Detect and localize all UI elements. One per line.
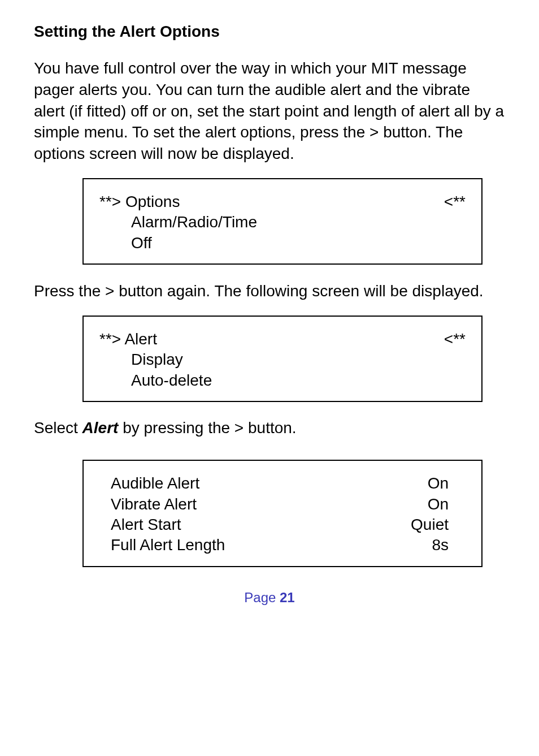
screen2-line3: Auto-delete: [99, 370, 466, 391]
screen1-line1-left: **> Options: [99, 192, 180, 212]
screen1-row1: **> Options <**: [99, 192, 466, 212]
screen2-mark-left: **>: [99, 330, 124, 348]
screen2-line2: Display: [99, 349, 466, 370]
screen2-line1-text: Alert: [124, 330, 157, 348]
paragraph-2: Press the > button again. The following …: [34, 280, 505, 302]
select-post: by pressing the > button.: [118, 419, 296, 437]
setting-row-2: Alert Start Quiet: [99, 515, 466, 535]
setting-label: Alert Start: [111, 515, 181, 535]
screen1-line1-text: Options: [125, 193, 180, 210]
paragraph-1: You have full control over the way in wh…: [34, 58, 505, 165]
footer-label: Page: [244, 590, 280, 605]
paragraph-3: Select Alert by pressing the > button.: [34, 419, 505, 437]
setting-label: Full Alert Length: [111, 535, 225, 555]
screen1-line3: Off: [99, 233, 466, 253]
screen1-line2: Alarm/Radio/Time: [99, 212, 466, 232]
setting-label: Audible Alert: [111, 473, 199, 494]
footer-number: 21: [280, 590, 295, 605]
screen-display-1: **> Options <** Alarm/Radio/Time Off: [82, 178, 483, 265]
screen1-mark-right: <**: [444, 192, 466, 212]
setting-row-3: Full Alert Length 8s: [99, 535, 466, 555]
setting-value: On: [428, 473, 449, 494]
screen-display-3: Audible Alert On Vibrate Alert On Alert …: [82, 460, 483, 567]
screen2-line1-left: **> Alert: [99, 329, 157, 349]
screen1-mark-left: **>: [99, 193, 125, 210]
setting-value: On: [428, 494, 449, 515]
section-heading: Setting the Alert Options: [34, 23, 505, 41]
select-bold: Alert: [82, 419, 119, 437]
setting-value: 8s: [432, 535, 449, 555]
select-pre: Select: [34, 419, 82, 437]
screen2-row1: **> Alert <**: [99, 329, 466, 349]
screen-display-2: **> Alert <** Display Auto-delete: [82, 316, 483, 402]
setting-row-0: Audible Alert On: [99, 473, 466, 494]
setting-row-1: Vibrate Alert On: [99, 494, 466, 515]
setting-value: Quiet: [411, 515, 449, 535]
setting-label: Vibrate Alert: [111, 494, 197, 515]
screen2-mark-right: <**: [444, 329, 466, 349]
page-footer: Page 21: [34, 590, 505, 606]
page-content: Setting the Alert Options You have full …: [0, 0, 539, 606]
